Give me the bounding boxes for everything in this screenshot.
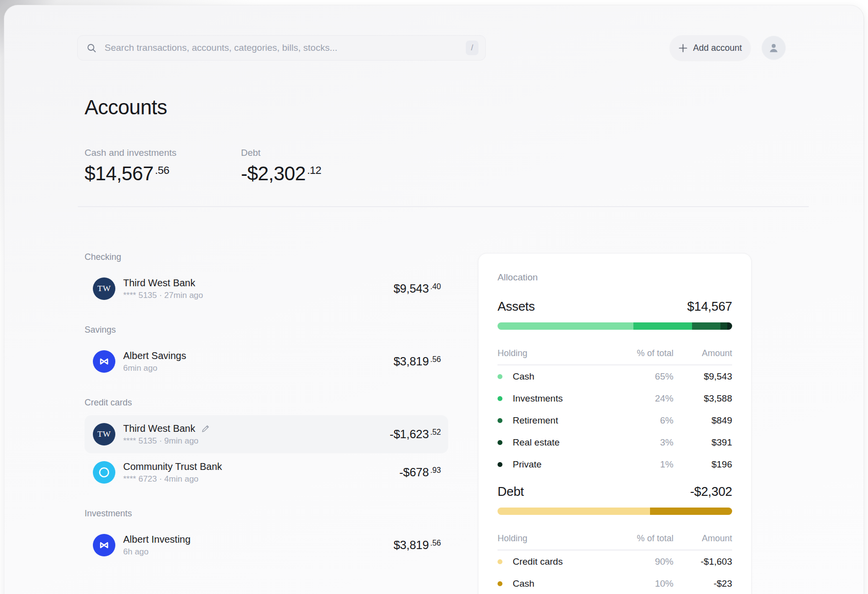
albert-logo-icon [93, 350, 115, 373]
account-row-third-west-credit[interactable]: TW Third West Bank **** 5135 · 9min ago … [85, 415, 448, 453]
debt-table-header: Holding % of total Amount [498, 533, 732, 551]
investments-dot-icon [498, 396, 502, 401]
debt-allocation-bar [498, 508, 732, 515]
summary-value: -$2,302.12 [241, 163, 321, 185]
summary-cash-and-investments: Cash and investments $14,567.56 [85, 148, 176, 185]
third-west-bank-logo-icon: TW [93, 277, 115, 300]
holding-row-private: Private 1% $196 [498, 453, 732, 475]
assets-total: $14,567 [687, 299, 732, 314]
assets-table-header: Holding % of total Amount [498, 348, 732, 365]
section-divider [78, 206, 809, 207]
account-row-community-trust[interactable]: Community Trust Bank **** 6723 · 4min ag… [85, 453, 448, 491]
credit-cards-dot-icon [498, 559, 502, 564]
summary-debt: Debt -$2,302.12 [241, 148, 321, 185]
community-trust-logo-icon [93, 461, 115, 484]
search-shortcut-hint: / [466, 41, 478, 55]
holding-row-real-estate: Real estate 3% $391 [498, 431, 732, 453]
summary-value: $14,567.56 [85, 163, 176, 185]
debt-row-cash: Cash 10% -$23 [498, 573, 732, 594]
allocation-title: Allocation [498, 272, 732, 283]
section-label-savings: Savings [85, 324, 448, 336]
account-subtext: **** 5135 · 9min ago [123, 436, 210, 446]
albert-logo-icon [93, 534, 115, 556]
section-label-checking: Checking [85, 252, 448, 263]
cash-dot-icon [498, 374, 502, 379]
summary-label: Debt [241, 148, 321, 158]
account-name: Albert Savings [123, 350, 186, 361]
page-title: Accounts [85, 96, 167, 119]
private-dot-icon [498, 462, 502, 467]
account-name: Third West Bank [123, 277, 195, 289]
search-bar[interactable]: / [77, 35, 486, 61]
account-row-third-west-checking[interactable]: TW Third West Bank **** 5135 · 27min ago… [85, 270, 448, 308]
holding-row-cash: Cash 65% $9,543 [498, 365, 732, 387]
assets-label: Assets [498, 299, 535, 314]
account-row-albert-investing[interactable]: Albert Investing 6h ago $3,819.56 [85, 526, 448, 564]
section-label-credit-cards: Credit cards [85, 397, 448, 408]
account-name: Albert Investing [123, 534, 191, 545]
account-name: Third West Bank [123, 423, 195, 434]
plus-icon [678, 43, 688, 53]
account-name: Community Trust Bank [123, 461, 222, 472]
edit-pencil-icon[interactable] [201, 424, 210, 433]
summary: Cash and investments $14,567.56 Debt -$2… [85, 148, 321, 185]
section-label-investments: Investments [85, 508, 448, 519]
search-icon [87, 43, 97, 53]
debt-label: Debt [498, 484, 524, 499]
holding-row-retirement: Retirement 6% $849 [498, 409, 732, 431]
debt-total: -$2,302 [690, 484, 732, 499]
profile-avatar[interactable] [761, 36, 786, 60]
summary-label: Cash and investments [85, 148, 176, 158]
add-account-label: Add account [693, 43, 742, 53]
account-balance: -$1,623.52 [390, 427, 441, 441]
account-subtext: 6h ago [123, 547, 191, 557]
holding-row-investments: Investments 24% $3,588 [498, 387, 732, 409]
assets-allocation-bar [498, 322, 732, 330]
account-subtext: **** 5135 · 27min ago [123, 291, 203, 300]
account-balance: $3,819.56 [393, 355, 441, 368]
debt-row-credit-cards: Credit cards 90% -$1,603 [498, 551, 732, 573]
retirement-dot-icon [498, 418, 502, 423]
account-row-albert-savings[interactable]: Albert Savings 6min ago $3,819.56 [85, 342, 448, 381]
real-estate-dot-icon [498, 440, 502, 445]
assets-header: Assets $14,567 [498, 299, 732, 314]
account-balance: $3,819.56 [393, 538, 441, 552]
account-balance: $9,543.40 [393, 282, 441, 296]
accounts-list: Checking TW Third West Bank **** 5135 · … [85, 252, 448, 564]
person-icon [767, 42, 780, 54]
account-subtext: 6min ago [123, 363, 186, 373]
account-subtext: **** 6723 · 4min ago [123, 474, 222, 484]
allocation-panel: Allocation Assets $14,567 Holding % of t… [478, 253, 752, 594]
account-balance: -$678.93 [399, 466, 441, 479]
debt-header: Debt -$2,302 [498, 484, 732, 499]
debt-cash-dot-icon [498, 581, 502, 586]
third-west-bank-logo-icon: TW [93, 423, 115, 446]
add-account-button[interactable]: Add account [670, 35, 751, 61]
search-input[interactable] [105, 42, 466, 53]
